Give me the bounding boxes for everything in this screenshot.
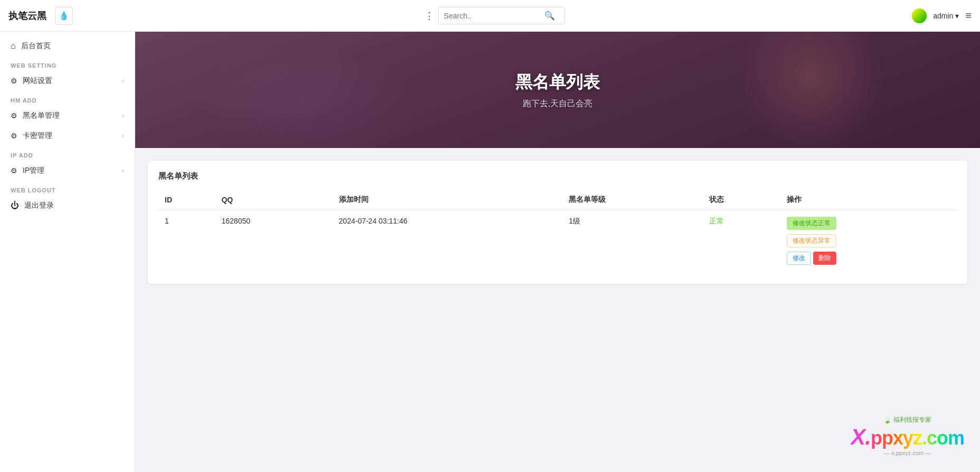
sidebar-label-card: 卡密管理 <box>23 131 52 141</box>
btn-set-normal[interactable]: 修改状态正常 <box>787 217 836 230</box>
topnav-right: admin ▾ ≡ <box>912 8 972 23</box>
sidebar-label-blacklist: 黑名单管理 <box>23 111 60 121</box>
cell-add-time: 2024-07-24 03:11:46 <box>333 210 563 274</box>
sidebar-section-ip-add: IP ADD <box>0 146 135 161</box>
sidebar-item-website-settings[interactable]: ⚙ 网站设置 ‹ <box>0 71 135 91</box>
cell-ops: 修改状态正常 修改状态异常 修改 删除 <box>780 210 957 274</box>
sidebar-section-logout: WEB LOGOUT <box>0 181 135 196</box>
water-icon: 💧 <box>59 11 69 21</box>
chevron-right-icon-4: ‹ <box>122 167 124 174</box>
chevron-right-icon-2: ‹ <box>122 112 124 119</box>
sidebar-section-web-setting: WEB SETTING <box>0 56 135 71</box>
dots-icon: ⋮ <box>425 10 434 22</box>
sidebar-label-ip: IP管理 <box>23 166 44 175</box>
cell-status: 正常 <box>703 210 780 274</box>
cell-id: 1 <box>158 210 215 274</box>
sidebar-item-left: ⚙ 网站设置 <box>11 76 52 86</box>
search-input[interactable] <box>439 8 539 23</box>
btn-delete[interactable]: 删除 <box>813 252 836 265</box>
power-icon: ⏻ <box>11 201 19 210</box>
gear-icon-4: ⚙ <box>11 166 17 175</box>
sidebar-item-card-manage[interactable]: ⚙ 卡密管理 ‹ <box>0 126 135 146</box>
search-bar: 🔍 <box>438 7 565 24</box>
table-head: ID QQ 添加时间 黑名单等级 状态 操作 <box>158 190 957 210</box>
dots-menu-button[interactable]: ⋮ <box>420 7 438 25</box>
sidebar-item-ip-manage[interactable]: ⚙ IP管理 ‹ <box>0 161 135 181</box>
col-ops: 操作 <box>780 190 957 210</box>
search-button[interactable]: 🔍 <box>539 7 560 24</box>
gear-icon-3: ⚙ <box>11 132 17 140</box>
gear-icon: ⚙ <box>11 77 17 85</box>
cell-level: 1级 <box>562 210 703 274</box>
banner-title: 黑名单列表 <box>515 71 600 94</box>
banner: 黑名单列表 跑下去,天自己会亮 <box>135 32 980 148</box>
home-icon: ⌂ <box>11 41 16 51</box>
col-qq: QQ <box>215 190 332 210</box>
sidebar-item-logout[interactable]: ⏻ 退出登录 <box>0 196 135 216</box>
sidebar-label-website-settings: 网站设置 <box>23 76 52 86</box>
sidebar-label-logout: 退出登录 <box>24 201 54 210</box>
water-icon-button[interactable]: 💧 <box>55 7 73 25</box>
app-logo: 执笔云黑 <box>8 10 46 22</box>
hamburger-menu-button[interactable]: ≡ <box>965 10 972 22</box>
table-card-title: 黑名单列表 <box>158 171 957 181</box>
sidebar-item-blacklist-manage[interactable]: ⚙ 黑名单管理 ‹ <box>0 106 135 126</box>
avatar <box>912 8 927 23</box>
table-card: 黑名单列表 ID QQ 添加时间 黑名单等级 状态 操作 <box>148 161 967 284</box>
username-button[interactable]: admin ▾ <box>933 12 959 20</box>
main-content: 黑名单列表 跑下去,天自己会亮 黑名单列表 ID QQ 添加时间 黑名单等级 状… <box>135 32 980 472</box>
col-status: 状态 <box>703 190 780 210</box>
btn-edit[interactable]: 修改 <box>787 252 811 265</box>
sidebar-item-home[interactable]: ⌂ 后台首页 <box>0 36 135 56</box>
sidebar-item-left: ⚙ 卡密管理 <box>11 131 52 141</box>
sidebar-section-hm-add: HM ADD <box>0 91 135 106</box>
username-chevron-icon: ▾ <box>955 12 959 20</box>
sidebar: ⌂ 后台首页 WEB SETTING ⚙ 网站设置 ‹ HM ADD ⚙ 黑名单… <box>0 32 135 472</box>
blacklist-table: ID QQ 添加时间 黑名单等级 状态 操作 1 1628050 2024-07… <box>158 190 957 273</box>
banner-subtitle: 跑下去,天自己会亮 <box>523 98 592 109</box>
sidebar-item-left: ⚙ 黑名单管理 <box>11 111 60 121</box>
table-header-row: ID QQ 添加时间 黑名单等级 状态 操作 <box>158 190 957 210</box>
col-level: 黑名单等级 <box>562 190 703 210</box>
col-add-time: 添加时间 <box>333 190 563 210</box>
username-label: admin <box>933 12 953 20</box>
table-row: 1 1628050 2024-07-24 03:11:46 1级 正常 修改状态… <box>158 210 957 274</box>
topnav: 执笔云黑 💧 ⋮ 🔍 admin ▾ ≡ <box>0 0 980 32</box>
layout: ⌂ 后台首页 WEB SETTING ⚙ 网站设置 ‹ HM ADD ⚙ 黑名单… <box>0 32 980 472</box>
col-id: ID <box>158 190 215 210</box>
avatar-inner <box>912 8 927 23</box>
chevron-right-icon-3: ‹ <box>122 132 124 140</box>
cell-qq: 1628050 <box>215 210 332 274</box>
sidebar-item-left: ⚙ IP管理 <box>11 166 44 175</box>
table-body: 1 1628050 2024-07-24 03:11:46 1级 正常 修改状态… <box>158 210 957 274</box>
sidebar-home-label: 后台首页 <box>21 41 51 51</box>
chevron-right-icon: ‹ <box>122 77 124 85</box>
btn-set-abnormal[interactable]: 修改状态异常 <box>787 234 836 247</box>
gear-icon-2: ⚙ <box>11 112 17 120</box>
table-section: 黑名单列表 ID QQ 添加时间 黑名单等级 状态 操作 <box>135 148 980 297</box>
